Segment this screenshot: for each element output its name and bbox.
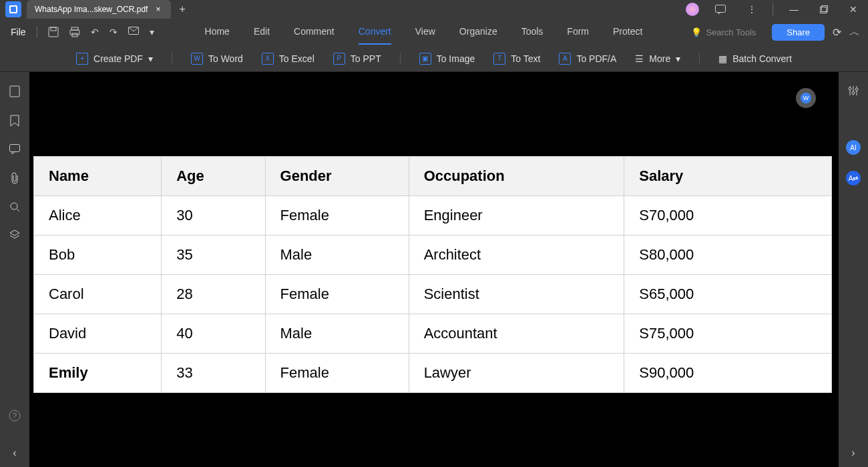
collapse-ribbon-icon[interactable]: ︿ [849, 25, 860, 39]
svg-rect-7 [71, 27, 78, 30]
help-icon[interactable]: ? [9, 410, 21, 422]
separator [699, 53, 700, 65]
col-header: Occupation [409, 157, 624, 196]
svg-line-14 [17, 209, 19, 211]
document-tab[interactable]: WhatsApp Ima...skew_OCR.pdf × [27, 0, 171, 19]
svg-rect-2 [716, 5, 726, 13]
tool-label: To Text [511, 53, 540, 64]
mail-icon[interactable] [128, 27, 139, 37]
table-cell: David [34, 314, 162, 354]
user-avatar[interactable] [686, 3, 699, 16]
close-tab-icon[interactable]: × [153, 3, 163, 15]
translate-icon[interactable]: A⇄ [846, 171, 861, 185]
sliders-icon[interactable] [848, 85, 859, 96]
sync-icon[interactable]: ⟳ [833, 26, 841, 39]
to-pdfa-button[interactable]: ATo PDF/A [559, 53, 616, 65]
save-icon[interactable] [48, 27, 59, 37]
close-window-button[interactable]: ✕ [844, 1, 863, 17]
file-menu[interactable]: File [0, 27, 37, 37]
table-row: Alice30FemaleEngineerS70,000 [34, 196, 832, 236]
app-icon [5, 1, 21, 17]
create-pdf-button[interactable]: + Create PDF ▾ [76, 53, 153, 65]
excel-icon: X [262, 53, 274, 65]
separator [172, 53, 172, 65]
menu-comment[interactable]: Comment [294, 19, 335, 45]
table-row: David40MaleAccountantS75,000 [34, 314, 832, 354]
table-cell: Male [265, 236, 409, 275]
menu-bar: File ↶ ↷ ▾ Home Edit Comment Convert Vie… [0, 19, 868, 45]
svg-rect-6 [51, 27, 56, 31]
to-word-button[interactable]: WTo Word [191, 53, 243, 65]
new-tab-button[interactable]: + [179, 3, 185, 15]
svg-point-20 [852, 91, 855, 94]
kebab-menu-icon[interactable]: ⋮ [742, 1, 762, 17]
undo-icon[interactable]: ↶ [91, 27, 99, 37]
search-icon[interactable] [9, 201, 20, 212]
word-icon: W [191, 53, 203, 65]
menu-convert[interactable]: Convert [359, 19, 391, 45]
table-cell: 28 [162, 275, 265, 314]
to-image-button[interactable]: ▣To Image [419, 53, 475, 65]
document-canvas[interactable]: W Name Age Gender Occupation Salary Alic… [29, 72, 839, 467]
search-tools[interactable]: 💡 Search Tools [691, 27, 756, 37]
to-ppt-button[interactable]: PTo PPT [333, 53, 381, 65]
maximize-button[interactable] [815, 3, 833, 16]
redo-icon[interactable]: ↷ [110, 27, 118, 37]
thumbnails-icon[interactable] [9, 85, 20, 97]
comment-icon[interactable] [9, 144, 20, 155]
menu-tools[interactable]: Tools [521, 19, 544, 45]
left-rail: ? ‹ [0, 72, 29, 467]
minimize-button[interactable]: — [784, 1, 804, 17]
to-text-button[interactable]: TTo Text [493, 53, 540, 65]
floating-word-badge[interactable]: W [796, 88, 816, 108]
menu-form[interactable]: Form [567, 19, 589, 45]
ai-icon[interactable]: AI [846, 140, 861, 155]
divider [773, 3, 773, 15]
lightbulb-icon: 💡 [691, 27, 702, 37]
ppt-icon: P [333, 53, 345, 65]
col-header: Age [162, 157, 265, 196]
table-cell: 35 [162, 236, 265, 275]
menu-protect[interactable]: Protect [613, 19, 642, 45]
menu-view[interactable]: View [415, 19, 435, 45]
table-cell: Female [265, 354, 409, 393]
table-cell: S75,000 [624, 314, 832, 354]
table-cell: Carol [34, 275, 162, 314]
plus-icon: + [76, 53, 88, 65]
col-header: Gender [265, 157, 409, 196]
batch-convert-button[interactable]: ▦Batch Convert [718, 53, 792, 64]
svg-rect-4 [822, 6, 828, 12]
chevron-left-icon[interactable]: ‹ [13, 447, 16, 459]
table-cell: Bob [34, 236, 162, 275]
svg-text:?: ? [13, 412, 17, 420]
table-cell: S90,000 [624, 354, 832, 393]
chevron-down-icon: ▾ [148, 53, 153, 64]
more-button[interactable]: ☰More▾ [635, 53, 680, 64]
print-icon[interactable] [69, 27, 80, 37]
grid-icon: ▦ [718, 53, 727, 64]
tool-label: To PDF/A [576, 53, 616, 64]
layers-icon[interactable] [9, 229, 20, 240]
table-cell: Alice [34, 196, 162, 236]
tool-label: Batch Convert [732, 53, 792, 64]
tool-label: To Word [208, 53, 243, 64]
dropdown-icon[interactable]: ▾ [150, 27, 154, 37]
message-icon[interactable] [710, 2, 731, 17]
bookmark-icon[interactable] [10, 115, 19, 127]
chevron-right-icon[interactable]: › [851, 447, 855, 459]
share-button[interactable]: Share [772, 24, 825, 41]
to-excel-button[interactable]: XTo Excel [262, 53, 314, 65]
table-cell: 30 [162, 196, 265, 236]
svg-point-22 [855, 88, 858, 91]
table-cell: Architect [409, 236, 624, 275]
table-cell: Scientist [409, 275, 624, 314]
chevron-down-icon: ▾ [676, 53, 680, 64]
svg-rect-12 [10, 145, 20, 152]
table-cell: S70,000 [624, 196, 832, 236]
svg-rect-3 [821, 7, 827, 13]
menu-organize[interactable]: Organize [459, 19, 497, 45]
attachment-icon[interactable] [10, 172, 19, 184]
menu-home[interactable]: Home [205, 19, 230, 45]
svg-point-13 [11, 203, 17, 209]
menu-edit[interactable]: Edit [254, 19, 270, 45]
